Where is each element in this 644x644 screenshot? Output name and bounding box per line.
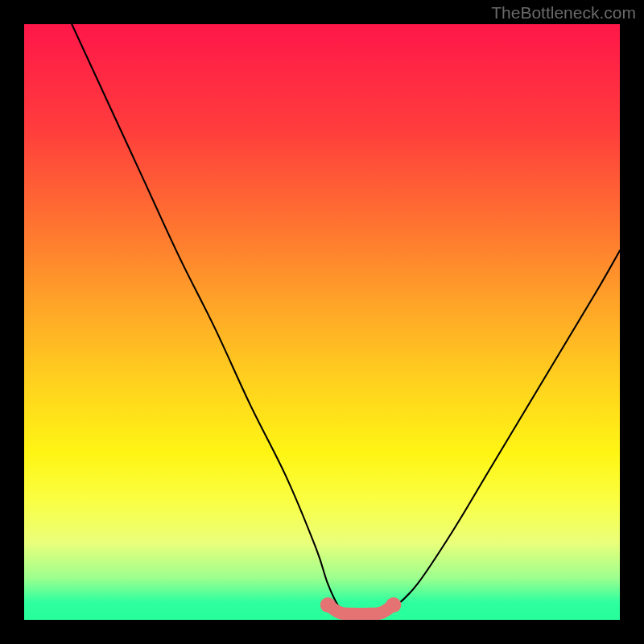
- curve-overlay: [24, 24, 620, 620]
- highlight-dot: [320, 597, 336, 613]
- watermark-text: TheBottleneck.com: [491, 3, 636, 23]
- plot-area: [24, 24, 620, 620]
- highlight-dot: [386, 597, 401, 613]
- bottleneck-curve: [72, 24, 620, 614]
- chart-frame: TheBottleneck.com: [0, 0, 644, 644]
- highlight-band: [328, 605, 393, 614]
